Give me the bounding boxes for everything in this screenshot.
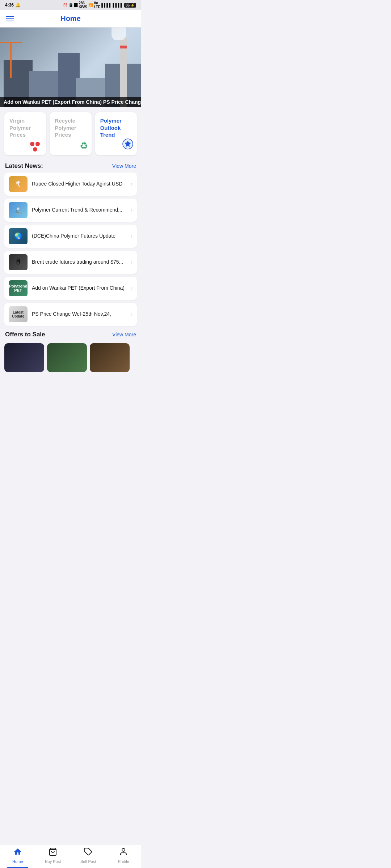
status-time: 4:36 🔔 xyxy=(5,3,21,8)
news-thumb-rupee: ₹ xyxy=(9,176,28,192)
status-icons: ⏰ 📳 🅱 286KB/S 📶 VoLTE ▌▌▌▌ ▌▌▌▌ 86 ⚡ xyxy=(63,1,136,9)
card-recycle-polymer[interactable]: Recycle Polymer Prices ♻ xyxy=(50,112,91,155)
news-thumb-china: 🌏 xyxy=(9,228,28,244)
dots-icon xyxy=(30,142,42,152)
offers-section-title: Offers to Sale xyxy=(5,331,45,338)
quick-access-cards: Virgin Polymer Prices Recycle Polymer Pr… xyxy=(0,107,141,160)
news-list: ₹ Rupee Closed Higher Today Aginst USD ›… xyxy=(0,173,141,326)
battery-indicator: 86 ⚡ xyxy=(124,3,136,8)
news-item-text: (DCE)China Polymer Futures Update xyxy=(32,233,126,240)
chevron-right-icon: › xyxy=(131,207,133,213)
hero-banner: Add on Wankai PET (Export From China) PS… xyxy=(0,27,141,107)
leaf-badge-icon xyxy=(122,139,133,152)
news-item[interactable]: 🛢 Brent crude futures trading around $75… xyxy=(4,251,137,274)
offers-grid xyxy=(0,341,141,376)
offer-item[interactable] xyxy=(90,343,130,372)
card-outlook-title: Polymer Outlook Trend xyxy=(100,117,133,139)
page-title: Home xyxy=(60,14,81,23)
news-item-text: Add on Wankai PET (Export From China) xyxy=(32,285,126,292)
chevron-right-icon: › xyxy=(131,285,133,292)
news-thumb-polymer: 🔬 xyxy=(9,202,28,218)
news-item[interactable]: 🌏 (DCE)China Polymer Futures Update › xyxy=(4,225,137,248)
hamburger-menu[interactable] xyxy=(6,16,14,21)
news-thumb-pet: PolytrendPET xyxy=(9,280,28,296)
card-virgin-title: Virgin Polymer Prices xyxy=(9,117,42,139)
news-item[interactable]: 🔬 Polymer Current Trend & Recommend... › xyxy=(4,199,137,222)
offer-item[interactable] xyxy=(4,343,44,372)
news-item[interactable]: PolytrendPET Add on Wankai PET (Export F… xyxy=(4,277,137,300)
news-view-more[interactable]: View More xyxy=(112,163,136,169)
news-ticker: Add on Wankai PET (Export From China) PS… xyxy=(0,97,141,107)
news-thumb-crude: 🛢 xyxy=(9,254,28,270)
news-item-text: Brent crude futures trading around $75..… xyxy=(32,259,126,266)
chimney-stripe xyxy=(120,46,127,48)
news-item-text: PS Price Change Wef-25th Nov,24, xyxy=(32,311,126,318)
status-bar: 4:36 🔔 ⏰ 📳 🅱 286KB/S 📶 VoLTE ▌▌▌▌ ▌▌▌▌ 8… xyxy=(0,0,141,10)
card-virgin-polymer[interactable]: Virgin Polymer Prices xyxy=(4,112,46,155)
smoke xyxy=(112,27,126,40)
offers-section: Offers to Sale View More xyxy=(0,326,141,376)
offer-item[interactable] xyxy=(47,343,87,372)
news-section-title: Latest News: xyxy=(5,162,43,170)
crane xyxy=(0,42,22,78)
recycle-icon: ♻ xyxy=(80,140,88,152)
news-thumb-ps: LatestUpdate xyxy=(9,306,28,322)
news-item-text: Rupee Closed Higher Today Aginst USD xyxy=(32,180,126,188)
card-polymer-outlook[interactable]: Polymer Outlook Trend xyxy=(95,112,137,155)
news-item-text: Polymer Current Trend & Recommend... xyxy=(32,207,126,214)
offers-view-more[interactable]: View More xyxy=(112,332,136,337)
chevron-right-icon: › xyxy=(131,259,133,265)
chevron-right-icon: › xyxy=(131,233,133,239)
news-item[interactable]: ₹ Rupee Closed Higher Today Aginst USD › xyxy=(4,173,137,196)
card-recycle-title: Recycle Polymer Prices xyxy=(55,117,88,139)
news-item[interactable]: LatestUpdate PS Price Change Wef-25th No… xyxy=(4,303,137,326)
app-header: Home xyxy=(0,10,141,27)
offers-section-header: Offers to Sale View More xyxy=(0,329,141,341)
chevron-right-icon: › xyxy=(131,181,133,187)
chevron-right-icon: › xyxy=(131,311,133,318)
news-section-header: Latest News: View More xyxy=(0,160,141,173)
